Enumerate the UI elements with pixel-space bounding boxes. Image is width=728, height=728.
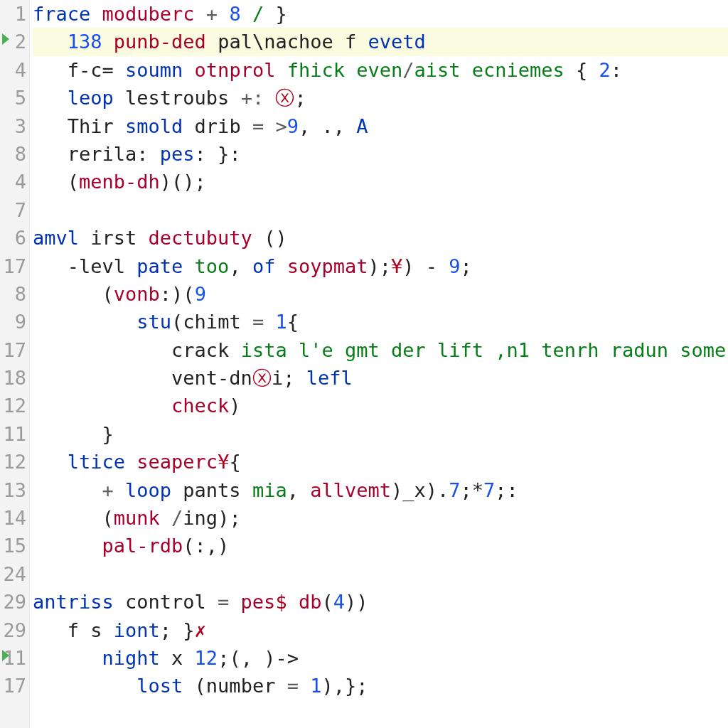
code-line[interactable]: (menb-dh)(); <box>33 168 728 196</box>
token-id: rerila: <box>68 143 160 165</box>
token-id: drib <box>195 115 252 137</box>
token-kw: lefl <box>306 367 353 389</box>
token-pnc: (:,) <box>183 535 229 557</box>
token-fn: punb-ded <box>114 31 218 53</box>
token-id: f s <box>68 619 114 641</box>
token-fn: db <box>287 591 322 613</box>
token-num: 7 <box>449 479 460 501</box>
line-number: 4 <box>0 168 26 196</box>
token-kw: stu <box>136 311 171 333</box>
token-str: aist ecniemes <box>414 59 564 81</box>
code-line[interactable]: f s iont; }✗ <box>33 616 728 644</box>
token-pnc: ; <box>461 255 472 277</box>
token-pnc: } <box>102 423 114 445</box>
code-line[interactable]: Thir smold drib = >9, ., A <box>33 112 728 140</box>
token-err: ⓧ <box>252 367 272 389</box>
code-line[interactable]: amvl irst dectubuty () <box>33 224 728 252</box>
token-op: = <box>287 675 311 697</box>
token-op: / <box>402 59 414 81</box>
token-kw: leop <box>68 87 125 109</box>
code-line[interactable]: stu(chimt = 1{ <box>33 308 728 336</box>
token-pnc: :)( <box>160 283 195 305</box>
token-op: = > <box>252 115 287 137</box>
token-kw: A <box>356 115 368 137</box>
code-line[interactable]: night x 12;(, )-> <box>33 644 728 672</box>
line-number: 11 <box>0 420 26 448</box>
token-num: 12 <box>195 647 218 669</box>
token-id: lestroubs <box>125 87 241 109</box>
line-number: 2 <box>0 28 26 55</box>
token-pnc: ( <box>68 171 79 193</box>
token-op: + <box>102 479 126 501</box>
token-pnc: ); <box>218 507 241 529</box>
code-line[interactable]: antriss control = pes$ db(4)) <box>33 588 728 616</box>
code-line[interactable]: rerila: pes: }: <box>33 140 728 168</box>
token-kw: evetd <box>368 31 425 53</box>
token-fn: pal-rdb <box>102 535 183 557</box>
line-number: 17 <box>0 252 26 280</box>
line-number: 29 <box>0 616 26 644</box>
token-pnc: ;: <box>495 479 518 501</box>
token-id: -levl <box>68 255 137 277</box>
code-line[interactable]: pal-rdb(:,) <box>33 532 728 560</box>
code-line[interactable]: lost (number = 1),}; <box>33 672 728 700</box>
code-line[interactable]: leop lestroubs +: ⓧ; <box>33 84 728 112</box>
token-fn: moduberc <box>102 3 195 25</box>
token-kw: lost <box>136 675 194 697</box>
token-fn: seaperc <box>136 451 218 473</box>
token-err: ⓧ <box>275 87 294 109</box>
token-id: i; <box>272 367 306 389</box>
token-num: 9 <box>287 115 299 137</box>
token-pnc: ) - <box>402 255 449 277</box>
line-number: 8 <box>0 140 26 168</box>
token-pnc: )(); <box>160 171 206 193</box>
token-pnc: ( <box>171 311 183 333</box>
code-line[interactable]: check) <box>33 392 728 419</box>
code-line[interactable]: 138 punb-ded pal\nachoe f evetd <box>33 28 728 55</box>
token-kw: antriss <box>33 591 125 613</box>
token-kw: pate <box>136 255 194 277</box>
token-kw: loop <box>125 479 183 501</box>
token-pnc: , <box>287 479 311 501</box>
token-id: number <box>206 675 287 697</box>
code-line[interactable] <box>33 560 728 588</box>
token-err: ¥ <box>218 451 229 473</box>
token-pnc: , ., <box>299 115 356 137</box>
line-number-gutter: 124538476178917181211121314152429291117 <box>0 0 30 728</box>
code-line[interactable]: + loop pants mia, allvemt)_x).7;*7;: <box>33 476 728 504</box>
line-number: 3 <box>0 112 26 140</box>
token-op: = <box>218 591 241 613</box>
code-line[interactable]: crack ista l'e gmt der lift ,n1 tenrh ra… <box>33 336 728 364</box>
code-line[interactable]: (vonb:)(9 <box>33 280 728 308</box>
token-num: 1 <box>310 675 321 697</box>
token-num: 8 <box>229 3 240 25</box>
token-str: mia <box>252 479 287 501</box>
token-kw: amvl <box>33 227 90 249</box>
token-str: / <box>241 3 276 25</box>
token-id: vent-dn <box>171 367 252 389</box>
token-pnc: )_x). <box>391 479 449 501</box>
token-kw: smold <box>125 115 195 137</box>
token-pnc: )) <box>345 591 368 613</box>
code-line[interactable]: (munk /ing); <box>33 504 728 532</box>
line-number: 18 <box>0 364 26 392</box>
token-id: chimt <box>183 311 252 333</box>
code-line[interactable]: vent-dnⓧi; lefl <box>33 364 728 392</box>
token-op: = <box>252 311 276 333</box>
line-number: 12 <box>0 448 26 476</box>
line-number: 29 <box>0 588 26 616</box>
code-line[interactable]: f-c= soumn otnprol fhick even/aist ecnie… <box>33 56 728 84</box>
token-fn: soypmat <box>287 255 368 277</box>
code-line[interactable] <box>33 196 728 224</box>
token-id: x <box>171 647 195 669</box>
code-line[interactable]: frace moduberc + 8 / } <box>33 0 728 28</box>
code-line[interactable]: ltice seaperc¥{ <box>33 448 728 476</box>
token-pnc: , <box>229 255 252 277</box>
code-editor-content[interactable]: frace moduberc + 8 / } 138 punb-ded pal\… <box>30 0 728 728</box>
code-line[interactable]: } <box>33 420 728 448</box>
code-line[interactable]: -levl pate too, of soypmat);¥) - 9; <box>33 252 728 280</box>
line-number: 14 <box>0 504 26 532</box>
token-fn: dectubuty <box>149 227 264 249</box>
token-id: pal\nachoe f <box>218 31 368 53</box>
token-pnc: ),}; <box>321 675 368 697</box>
